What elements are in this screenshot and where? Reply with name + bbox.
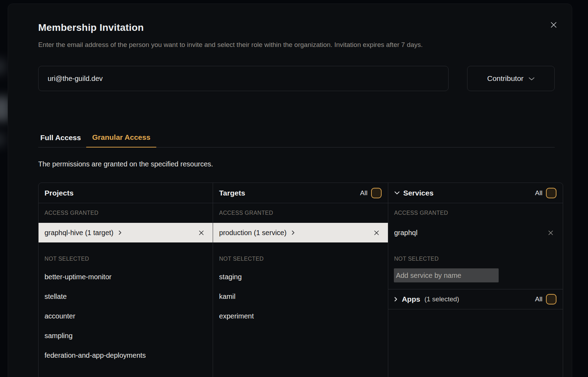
- apps-title: Apps: [402, 295, 421, 303]
- role-select[interactable]: Contributor: [467, 66, 555, 91]
- target-selected-label: production (1 service): [219, 229, 286, 237]
- dialog-title: Membership Invitation: [38, 22, 555, 33]
- remove-project-icon[interactable]: [198, 230, 204, 236]
- targets-access-granted-label: ACCESS GRANTED: [213, 203, 388, 223]
- service-granted-label: graphql: [394, 229, 418, 237]
- chevron-right-icon: [118, 229, 122, 236]
- projects-column-header: Projects: [39, 183, 213, 203]
- apps-all-checkbox[interactable]: [546, 294, 556, 304]
- project-list-item[interactable]: stellate: [39, 287, 213, 306]
- email-input[interactable]: [38, 66, 449, 91]
- targets-header-label: Targets: [219, 189, 245, 197]
- apps-all-label: All: [535, 295, 542, 303]
- targets-all-wrap: All: [360, 188, 382, 198]
- remove-target-icon[interactable]: [374, 230, 380, 236]
- close-icon[interactable]: [549, 20, 559, 30]
- services-column: Services All ACCESS GRANTED graphql NOT …: [388, 183, 563, 377]
- projects-column: Projects ACCESS GRANTED graphql-hive (1 …: [39, 183, 213, 377]
- project-selected-label: graphql-hive (1 target): [45, 229, 114, 237]
- projects-access-granted-label: ACCESS GRANTED: [39, 203, 213, 223]
- access-tabs: Full Access Granular Access: [38, 133, 555, 148]
- membership-invitation-dialog: Membership Invitation Enter the email ad…: [8, 4, 572, 377]
- invite-row: Contributor: [38, 66, 555, 91]
- project-selected-row[interactable]: graphql-hive (1 target): [39, 223, 213, 242]
- targets-not-selected-label: NOT SELECTED: [213, 242, 388, 267]
- resource-selection-table: Projects ACCESS GRANTED graphql-hive (1 …: [38, 183, 563, 377]
- services-not-selected-label: NOT SELECTED: [388, 242, 563, 267]
- tab-granular-access[interactable]: Granular Access: [86, 133, 156, 148]
- services-access-granted-label: ACCESS GRANTED: [388, 203, 563, 223]
- projects-header-label: Projects: [45, 189, 74, 197]
- targets-column-header: Targets All: [213, 183, 388, 203]
- background-blur-shape: [0, 132, 6, 146]
- tab-full-access[interactable]: Full Access: [40, 133, 81, 147]
- service-granted-row: graphql: [388, 223, 563, 242]
- project-list-item[interactable]: better-uptime-monitor: [39, 267, 213, 287]
- chevron-down-icon: [394, 191, 400, 195]
- target-list-item[interactable]: experiment: [213, 306, 388, 326]
- chevron-down-icon: [528, 76, 535, 81]
- project-list-item[interactable]: sampling: [39, 326, 213, 345]
- remove-service-icon[interactable]: [548, 230, 554, 236]
- services-all-wrap: All: [535, 188, 556, 198]
- role-select-value: Contributor: [487, 74, 524, 83]
- permissions-note: The permissions are granted on the speci…: [38, 160, 555, 168]
- add-service-input[interactable]: [394, 268, 499, 282]
- targets-all-checkbox[interactable]: [371, 188, 382, 198]
- chevron-right-icon: [394, 296, 398, 302]
- projects-not-selected-label: NOT SELECTED: [39, 242, 213, 267]
- apps-section-row[interactable]: Apps (1 selected) All: [388, 289, 563, 309]
- dialog-description: Enter the email address of the person yo…: [38, 39, 555, 51]
- targets-column: Targets All ACCESS GRANTED production (1…: [213, 183, 388, 377]
- services-column-header[interactable]: Services All: [388, 183, 563, 203]
- project-list-item[interactable]: accounter: [39, 306, 213, 326]
- target-list-item[interactable]: kamil: [213, 287, 388, 306]
- apps-all-wrap: All: [535, 294, 556, 304]
- target-selected-row[interactable]: production (1 service): [213, 223, 388, 242]
- apps-selected-count: (1 selected): [424, 295, 459, 303]
- targets-all-label: All: [360, 189, 368, 197]
- services-all-label: All: [535, 189, 542, 197]
- services-header-label: Services: [403, 189, 433, 197]
- background-blur-shape: [0, 59, 6, 74]
- project-list-item[interactable]: federation-and-app-deployments: [39, 345, 213, 365]
- target-list-item[interactable]: staging: [213, 267, 388, 287]
- chevron-right-icon: [291, 229, 295, 236]
- services-all-checkbox[interactable]: [546, 188, 556, 198]
